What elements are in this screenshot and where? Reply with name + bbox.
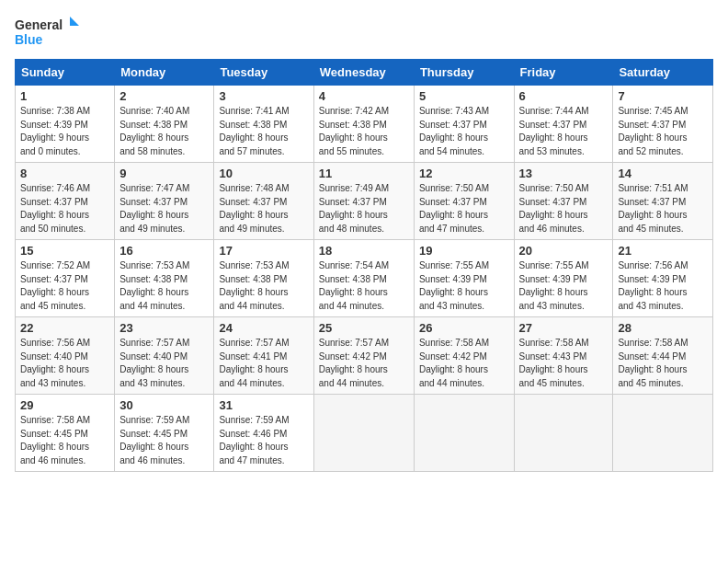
day-info: Sunrise: 7:45 AM Sunset: 4:37 PM Dayligh… [618, 105, 708, 158]
calendar-day-cell: 10Sunrise: 7:48 AM Sunset: 4:37 PM Dayli… [214, 163, 313, 240]
calendar-day-cell: 9Sunrise: 7:47 AM Sunset: 4:37 PM Daylig… [115, 163, 214, 240]
day-info: Sunrise: 7:50 AM Sunset: 4:37 PM Dayligh… [419, 182, 509, 236]
day-number: 4 [319, 89, 409, 103]
day-info: Sunrise: 7:44 AM Sunset: 4:37 PM Dayligh… [519, 105, 609, 158]
calendar-header-row: SundayMondayTuesdayWednesdayThursdayFrid… [16, 60, 713, 86]
calendar-day-cell: 2Sunrise: 7:40 AM Sunset: 4:38 PM Daylig… [115, 86, 214, 163]
calendar-day-cell [613, 395, 713, 472]
day-info: Sunrise: 7:58 AM Sunset: 4:43 PM Dayligh… [519, 337, 609, 390]
day-number: 10 [219, 167, 308, 180]
calendar-day-cell: 25Sunrise: 7:57 AM Sunset: 4:42 PM Dayli… [313, 317, 414, 395]
day-number: 23 [119, 321, 209, 335]
day-info: Sunrise: 7:48 AM Sunset: 4:37 PM Dayligh… [219, 182, 308, 236]
calendar-day-cell: 11Sunrise: 7:49 AM Sunset: 4:37 PM Dayli… [313, 163, 414, 240]
calendar-week-row: 8Sunrise: 7:46 AM Sunset: 4:37 PM Daylig… [16, 163, 713, 240]
day-info: Sunrise: 7:51 AM Sunset: 4:37 PM Dayligh… [618, 182, 708, 236]
day-info: Sunrise: 7:55 AM Sunset: 4:39 PM Dayligh… [419, 259, 509, 313]
calendar-day-cell [313, 395, 414, 472]
day-number: 15 [20, 244, 109, 258]
day-info: Sunrise: 7:53 AM Sunset: 4:38 PM Dayligh… [119, 259, 209, 313]
day-info: Sunrise: 7:58 AM Sunset: 4:45 PM Dayligh… [20, 414, 109, 467]
day-info: Sunrise: 7:47 AM Sunset: 4:37 PM Dayligh… [119, 182, 209, 236]
day-number: 25 [319, 321, 409, 335]
calendar-day-cell [514, 395, 613, 472]
calendar-day-cell: 26Sunrise: 7:58 AM Sunset: 4:42 PM Dayli… [414, 317, 514, 395]
day-number: 22 [20, 321, 109, 335]
day-number: 20 [519, 244, 609, 258]
day-number: 19 [419, 244, 509, 258]
calendar-week-row: 1Sunrise: 7:38 AM Sunset: 4:39 PM Daylig… [16, 86, 713, 163]
day-number: 8 [20, 167, 109, 180]
calendar-day-cell: 13Sunrise: 7:50 AM Sunset: 4:37 PM Dayli… [514, 163, 613, 240]
day-info: Sunrise: 7:56 AM Sunset: 4:39 PM Dayligh… [618, 259, 708, 313]
calendar-day-cell: 6Sunrise: 7:44 AM Sunset: 4:37 PM Daylig… [514, 86, 613, 163]
calendar-week-row: 29Sunrise: 7:58 AM Sunset: 4:45 PM Dayli… [16, 395, 713, 472]
day-info: Sunrise: 7:58 AM Sunset: 4:42 PM Dayligh… [419, 337, 509, 390]
weekday-header: Tuesday [214, 60, 313, 86]
calendar-day-cell: 4Sunrise: 7:42 AM Sunset: 4:38 PM Daylig… [313, 86, 414, 163]
calendar-day-cell: 17Sunrise: 7:53 AM Sunset: 4:38 PM Dayli… [214, 240, 313, 317]
calendar-day-cell: 31Sunrise: 7:59 AM Sunset: 4:46 PM Dayli… [214, 395, 313, 472]
logo: General Blue [15, 15, 79, 52]
calendar-day-cell: 12Sunrise: 7:50 AM Sunset: 4:37 PM Dayli… [414, 163, 514, 240]
calendar-day-cell: 27Sunrise: 7:58 AM Sunset: 4:43 PM Dayli… [514, 317, 613, 395]
calendar-day-cell: 5Sunrise: 7:43 AM Sunset: 4:37 PM Daylig… [414, 86, 514, 163]
weekday-header: Friday [514, 60, 613, 86]
day-number: 3 [219, 89, 308, 103]
calendar-day-cell: 16Sunrise: 7:53 AM Sunset: 4:38 PM Dayli… [115, 240, 214, 317]
calendar-day-cell: 24Sunrise: 7:57 AM Sunset: 4:41 PM Dayli… [214, 317, 313, 395]
day-number: 13 [519, 167, 609, 180]
calendar-day-cell: 30Sunrise: 7:59 AM Sunset: 4:45 PM Dayli… [115, 395, 214, 472]
day-number: 6 [519, 89, 609, 103]
svg-text:Blue: Blue [15, 32, 43, 47]
calendar-day-cell [414, 395, 514, 472]
day-info: Sunrise: 7:46 AM Sunset: 4:37 PM Dayligh… [20, 182, 109, 236]
calendar-day-cell: 21Sunrise: 7:56 AM Sunset: 4:39 PM Dayli… [613, 240, 713, 317]
weekday-header: Wednesday [313, 60, 414, 86]
day-number: 26 [419, 321, 509, 335]
day-number: 7 [618, 89, 708, 103]
day-number: 24 [219, 321, 308, 335]
calendar-day-cell: 28Sunrise: 7:58 AM Sunset: 4:44 PM Dayli… [613, 317, 713, 395]
day-info: Sunrise: 7:52 AM Sunset: 4:37 PM Dayligh… [20, 259, 109, 313]
calendar-day-cell: 15Sunrise: 7:52 AM Sunset: 4:37 PM Dayli… [16, 240, 115, 317]
day-info: Sunrise: 7:42 AM Sunset: 4:38 PM Dayligh… [319, 105, 409, 158]
calendar-day-cell: 22Sunrise: 7:56 AM Sunset: 4:40 PM Dayli… [16, 317, 115, 395]
day-number: 18 [319, 244, 409, 258]
day-info: Sunrise: 7:54 AM Sunset: 4:38 PM Dayligh… [319, 259, 409, 313]
svg-text:General: General [15, 17, 63, 32]
day-info: Sunrise: 7:38 AM Sunset: 4:39 PM Dayligh… [20, 105, 109, 158]
day-info: Sunrise: 7:55 AM Sunset: 4:39 PM Dayligh… [519, 259, 609, 313]
day-info: Sunrise: 7:56 AM Sunset: 4:40 PM Dayligh… [20, 337, 109, 390]
day-info: Sunrise: 7:53 AM Sunset: 4:38 PM Dayligh… [219, 259, 308, 313]
day-info: Sunrise: 7:57 AM Sunset: 4:42 PM Dayligh… [319, 337, 409, 390]
day-info: Sunrise: 7:57 AM Sunset: 4:40 PM Dayligh… [119, 337, 209, 390]
day-number: 1 [20, 89, 109, 103]
weekday-header: Sunday [16, 60, 115, 86]
day-info: Sunrise: 7:59 AM Sunset: 4:45 PM Dayligh… [119, 414, 209, 467]
svg-marker-2 [70, 17, 79, 26]
calendar-day-cell: 20Sunrise: 7:55 AM Sunset: 4:39 PM Dayli… [514, 240, 613, 317]
day-info: Sunrise: 7:58 AM Sunset: 4:44 PM Dayligh… [618, 337, 708, 390]
day-number: 29 [20, 398, 109, 412]
day-info: Sunrise: 7:57 AM Sunset: 4:41 PM Dayligh… [219, 337, 308, 390]
day-number: 28 [618, 321, 708, 335]
calendar-day-cell: 8Sunrise: 7:46 AM Sunset: 4:37 PM Daylig… [16, 163, 115, 240]
calendar-day-cell: 1Sunrise: 7:38 AM Sunset: 4:39 PM Daylig… [16, 86, 115, 163]
calendar-week-row: 22Sunrise: 7:56 AM Sunset: 4:40 PM Dayli… [16, 317, 713, 395]
day-number: 9 [119, 167, 209, 180]
day-number: 31 [219, 398, 308, 412]
day-number: 12 [419, 167, 509, 180]
day-info: Sunrise: 7:40 AM Sunset: 4:38 PM Dayligh… [119, 105, 209, 158]
day-info: Sunrise: 7:41 AM Sunset: 4:38 PM Dayligh… [219, 105, 308, 158]
day-number: 14 [618, 167, 708, 180]
calendar-day-cell: 14Sunrise: 7:51 AM Sunset: 4:37 PM Dayli… [613, 163, 713, 240]
calendar-day-cell: 18Sunrise: 7:54 AM Sunset: 4:38 PM Dayli… [313, 240, 414, 317]
logo-svg: General Blue [15, 15, 79, 52]
calendar-table: SundayMondayTuesdayWednesdayThursdayFrid… [15, 59, 713, 472]
calendar-day-cell: 29Sunrise: 7:58 AM Sunset: 4:45 PM Dayli… [16, 395, 115, 472]
day-number: 27 [519, 321, 609, 335]
calendar-day-cell: 7Sunrise: 7:45 AM Sunset: 4:37 PM Daylig… [613, 86, 713, 163]
page-header: General Blue [15, 15, 713, 52]
day-number: 5 [419, 89, 509, 103]
